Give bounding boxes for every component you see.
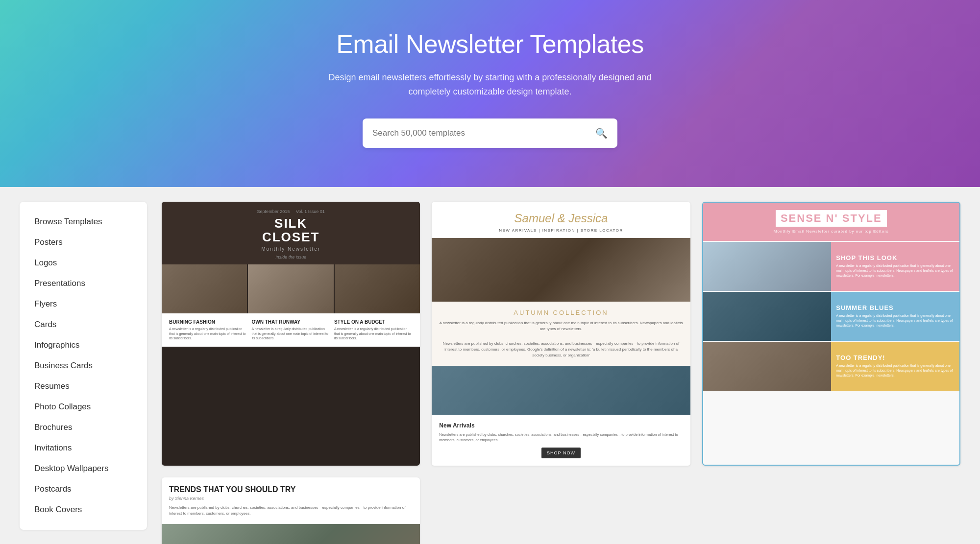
sense-section-3-title: TOO TRENDY! — [836, 354, 955, 361]
sidebar-item-flyers[interactable]: Flyers — [20, 294, 147, 314]
sense-tagline: Monthly Email Newsletter curated by our … — [713, 229, 950, 234]
sense-section-1-title: SHOP THIS LOOK — [836, 254, 955, 261]
sidebar-item-invitations[interactable]: Invitations — [20, 438, 147, 458]
sidebar-item-infographics[interactable]: Infographics — [20, 335, 147, 355]
silk-title: SILKCLOSET — [172, 216, 410, 244]
sidebar-item-book-covers[interactable]: Book Covers — [20, 499, 147, 520]
sidebar-item-presentations[interactable]: Presentations — [20, 273, 147, 294]
new-arrivals-title: New Arrivals — [439, 422, 683, 429]
trends-image — [162, 524, 420, 544]
sense-section-2: SUMMER BLUES A newsletter is a regularly… — [703, 292, 959, 341]
template-card-trends[interactable]: TRENDS THAT YOU SHOULD TRY by Sienna Ker… — [162, 477, 420, 544]
sense-title: SENSE N' STYLE — [776, 210, 887, 227]
sidebar-item-resumes[interactable]: Resumes — [20, 376, 147, 397]
sense-section-2-title: SUMMER BLUES — [836, 304, 955, 311]
samuel-lower-image — [432, 366, 690, 415]
sidebar-item-logos[interactable]: Logos — [20, 253, 147, 273]
main-content: Browse Templates Posters Logos Presentat… — [0, 187, 980, 544]
samuel-title: Samuel & Jessica — [439, 212, 683, 225]
samuel-collection-text: A newsletter is a regularly distributed … — [439, 320, 683, 332]
sidebar-item-browse-templates[interactable]: Browse Templates — [20, 212, 147, 232]
samuel-nav: NEW ARRIVALS | INSPIRATION | STORE LOCAT… — [439, 228, 683, 233]
hero-subtitle: Design email newsletters effortlessly by… — [318, 71, 662, 99]
silk-header: September 2015 Vol. 1 Issue 01 SILKCLOSE… — [162, 202, 420, 264]
sense-content-1: SHOP THIS LOOK A newsletter is a regular… — [831, 242, 959, 291]
hero-section: Email Newsletter Templates Design email … — [0, 0, 980, 187]
sidebar: Browse Templates Posters Logos Presentat… — [20, 202, 147, 530]
sidebar-item-business-cards[interactable]: Business Cards — [20, 355, 147, 376]
sidebar-item-posters[interactable]: Posters — [20, 232, 147, 253]
silk-article-3-text: A newsletter is a regularly distributed … — [334, 327, 413, 341]
search-input[interactable] — [372, 128, 595, 138]
sidebar-item-brochures[interactable]: Brochures — [20, 417, 147, 438]
sense-image-1 — [703, 242, 832, 291]
sidebar-item-desktop-wallpapers[interactable]: Desktop Wallpapers — [20, 458, 147, 479]
trends-text: Newsletters are published by clubs, chur… — [169, 505, 413, 517]
silk-article-3: STYLE ON A BUDGET A newsletter is a regu… — [334, 319, 413, 341]
trends-title: TRENDS THAT YOU SHOULD TRY — [169, 485, 413, 494]
silk-image-1 — [162, 264, 247, 313]
sidebar-item-postcards[interactable]: Postcards — [20, 479, 147, 499]
samuel-collection: AUTUMN COLLECTION A newsletter is a regu… — [432, 302, 690, 366]
silk-article-2-title: OWN THAT RUNWAY — [251, 319, 330, 325]
samuel-main-image — [432, 238, 690, 302]
sense-image-3 — [703, 342, 832, 391]
trends-byline: by Sienna Kernes — [169, 496, 413, 501]
new-arrivals-box: New Arrivals Newsletters are published b… — [432, 415, 690, 466]
template-card-sense-style[interactable]: SENSE N' STYLE Monthly Email Newsletter … — [702, 202, 960, 466]
sense-section-2-text: A newsletter is a regularly distributed … — [836, 313, 955, 328]
sense-content-3: TOO TRENDY! A newsletter is a regularly … — [831, 342, 959, 391]
silk-subtitle: Monthly Newsletter — [172, 246, 410, 252]
samuel-collection-title: AUTUMN COLLECTION — [439, 309, 683, 316]
silk-article-2-text: A newsletter is a regularly distributed … — [251, 327, 330, 341]
trends-header: TRENDS THAT YOU SHOULD TRY by Sienna Ker… — [162, 477, 420, 524]
shop-now-button[interactable]: SHOP NOW — [541, 448, 581, 458]
silk-image-3 — [335, 264, 420, 313]
sense-section-3: TOO TRENDY! A newsletter is a regularly … — [703, 342, 959, 391]
sense-content-2: SUMMER BLUES A newsletter is a regularly… — [831, 292, 959, 341]
silk-articles: BURNING FASHION A newsletter is a regula… — [162, 313, 420, 347]
sense-section-1-text: A newsletter is a regularly distributed … — [836, 263, 955, 278]
silk-tagline: Inside the Issue — [172, 255, 410, 260]
template-card-silk-closet[interactable]: September 2015 Vol. 1 Issue 01 SILKCLOSE… — [162, 202, 420, 466]
sense-header: SENSE N' STYLE Monthly Email Newsletter … — [703, 203, 959, 241]
search-icon: 🔍 — [595, 127, 608, 139]
sense-section-1: SHOP THIS LOOK A newsletter is a regular… — [703, 242, 959, 291]
template-card-samuel-jessica[interactable]: Samuel & Jessica NEW ARRIVALS | INSPIRAT… — [432, 202, 690, 466]
new-arrivals-text: Newsletters are published by clubs, chur… — [439, 432, 683, 443]
sidebar-item-cards[interactable]: Cards — [20, 314, 147, 335]
silk-date: September 2015 Vol. 1 Issue 01 — [172, 209, 410, 214]
silk-article-1-text: A newsletter is a regularly distributed … — [169, 327, 247, 341]
silk-images — [162, 264, 420, 313]
silk-article-1-title: BURNING FASHION — [169, 319, 247, 325]
page-title: Email Newsletter Templates — [10, 29, 970, 59]
templates-grid: September 2015 Vol. 1 Issue 01 SILKCLOSE… — [147, 202, 960, 544]
sense-image-2 — [703, 292, 832, 341]
silk-article-1: BURNING FASHION A newsletter is a regula… — [169, 319, 247, 341]
search-bar[interactable]: 🔍 — [363, 118, 617, 148]
silk-article-2: OWN THAT RUNWAY A newsletter is a regula… — [251, 319, 330, 341]
samuel-header: Samuel & Jessica NEW ARRIVALS | INSPIRAT… — [432, 202, 690, 238]
samuel-lower-text: Newsletters are published by clubs, chur… — [439, 341, 683, 358]
sidebar-item-photo-collages[interactable]: Photo Collages — [20, 397, 147, 417]
silk-article-3-title: STYLE ON A BUDGET — [334, 319, 413, 325]
sense-section-3-text: A newsletter is a regularly distributed … — [836, 363, 955, 378]
silk-image-2 — [248, 264, 333, 313]
